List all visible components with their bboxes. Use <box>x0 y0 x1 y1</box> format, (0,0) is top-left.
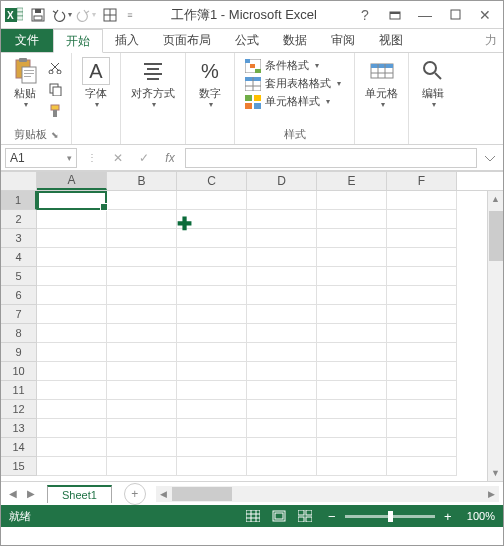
cell[interactable] <box>387 286 457 305</box>
cell[interactable] <box>107 248 177 267</box>
clipboard-launcher-icon[interactable]: ⬊ <box>51 130 59 140</box>
cell[interactable] <box>37 400 107 419</box>
cell[interactable] <box>177 343 247 362</box>
enter-icon[interactable]: ✓ <box>133 148 155 168</box>
col-header-D[interactable]: D <box>247 172 317 190</box>
cell[interactable] <box>247 305 317 324</box>
cell[interactable] <box>247 229 317 248</box>
horizontal-scrollbar[interactable]: ◀ ▶ <box>156 486 499 502</box>
row-header-8[interactable]: 8 <box>1 324 37 343</box>
cell[interactable] <box>37 210 107 229</box>
help-icon[interactable]: ? <box>351 4 379 26</box>
cell[interactable] <box>37 286 107 305</box>
formula-input[interactable] <box>185 148 477 168</box>
row-header-2[interactable]: 2 <box>1 210 37 229</box>
row-header-7[interactable]: 7 <box>1 305 37 324</box>
row-header-10[interactable]: 10 <box>1 362 37 381</box>
tab-公式[interactable]: 公式 <box>223 29 271 52</box>
cells-area[interactable]: ✚ <box>37 191 503 481</box>
col-header-A[interactable]: A <box>37 172 107 190</box>
cell[interactable] <box>107 324 177 343</box>
row-header-6[interactable]: 6 <box>1 286 37 305</box>
ribbon-display-icon[interactable] <box>381 4 409 26</box>
cell[interactable] <box>247 343 317 362</box>
zoom-level[interactable]: 100% <box>467 510 495 522</box>
close-icon[interactable]: ✕ <box>471 4 499 26</box>
cell[interactable] <box>177 191 247 210</box>
select-all-corner[interactable] <box>1 172 37 190</box>
cell[interactable] <box>247 248 317 267</box>
row-header-14[interactable]: 14 <box>1 438 37 457</box>
cell[interactable] <box>387 343 457 362</box>
paste-button[interactable]: 粘贴 ▾ <box>7 55 43 111</box>
formula-menu-icon[interactable]: ⋮ <box>81 148 103 168</box>
cell[interactable] <box>387 400 457 419</box>
tab-file[interactable]: 文件 <box>1 29 53 52</box>
cell[interactable] <box>177 400 247 419</box>
normal-view-icon[interactable] <box>243 508 263 524</box>
tab-插入[interactable]: 插入 <box>103 29 151 52</box>
cell[interactable] <box>177 381 247 400</box>
font-button[interactable]: A 字体 ▾ <box>78 55 114 111</box>
cell[interactable] <box>177 229 247 248</box>
cell[interactable] <box>317 438 387 457</box>
minimize-icon[interactable]: — <box>411 4 439 26</box>
cell[interactable] <box>387 305 457 324</box>
new-sheet-button[interactable]: + <box>124 483 146 505</box>
tab-视图[interactable]: 视图 <box>367 29 415 52</box>
cell[interactable] <box>107 457 177 476</box>
page-layout-view-icon[interactable] <box>269 508 289 524</box>
cell[interactable] <box>177 210 247 229</box>
cell[interactable] <box>177 438 247 457</box>
format-painter-icon[interactable] <box>45 101 65 121</box>
cell[interactable] <box>37 267 107 286</box>
vscroll-thumb[interactable] <box>489 211 503 261</box>
copy-icon[interactable] <box>45 79 65 99</box>
row-header-1[interactable]: 1 <box>1 191 37 210</box>
edit-button[interactable]: 编辑 ▾ <box>415 55 451 111</box>
row-header-4[interactable]: 4 <box>1 248 37 267</box>
name-box[interactable]: A1▾ <box>5 148 77 168</box>
cell[interactable] <box>247 286 317 305</box>
conditional-format-button[interactable]: 条件格式▾ <box>241 57 345 74</box>
row-header-3[interactable]: 3 <box>1 229 37 248</box>
cell[interactable] <box>107 286 177 305</box>
cell[interactable] <box>317 229 387 248</box>
cell[interactable] <box>107 229 177 248</box>
cell[interactable] <box>107 210 177 229</box>
cell[interactable] <box>387 381 457 400</box>
cell[interactable] <box>317 305 387 324</box>
cell[interactable] <box>247 267 317 286</box>
cell[interactable] <box>387 191 457 210</box>
cell[interactable] <box>317 381 387 400</box>
cell[interactable] <box>317 267 387 286</box>
cell[interactable] <box>317 457 387 476</box>
cell[interactable] <box>37 248 107 267</box>
fx-icon[interactable]: fx <box>159 148 181 168</box>
row-header-13[interactable]: 13 <box>1 419 37 438</box>
col-header-C[interactable]: C <box>177 172 247 190</box>
cell[interactable] <box>317 191 387 210</box>
col-header-F[interactable]: F <box>387 172 457 190</box>
cell[interactable] <box>107 381 177 400</box>
cell[interactable] <box>37 457 107 476</box>
sheet-tab-1[interactable]: Sheet1 <box>47 485 112 503</box>
number-button[interactable]: % 数字 ▾ <box>192 55 228 111</box>
zoom-in-button[interactable]: + <box>441 509 455 524</box>
cell[interactable] <box>107 438 177 457</box>
cell[interactable] <box>247 438 317 457</box>
cell[interactable] <box>387 419 457 438</box>
tab-页面布局[interactable]: 页面布局 <box>151 29 223 52</box>
row-header-12[interactable]: 12 <box>1 400 37 419</box>
cell[interactable] <box>247 324 317 343</box>
cell[interactable] <box>37 362 107 381</box>
tab-overflow[interactable]: 力 <box>479 29 503 52</box>
zoom-slider[interactable] <box>345 515 435 518</box>
page-break-view-icon[interactable] <box>295 508 315 524</box>
cell[interactable] <box>107 419 177 438</box>
hscroll-thumb[interactable] <box>172 487 232 501</box>
cell[interactable] <box>37 191 107 210</box>
cell[interactable] <box>387 229 457 248</box>
zoom-knob[interactable] <box>388 511 393 522</box>
cell[interactable] <box>247 210 317 229</box>
